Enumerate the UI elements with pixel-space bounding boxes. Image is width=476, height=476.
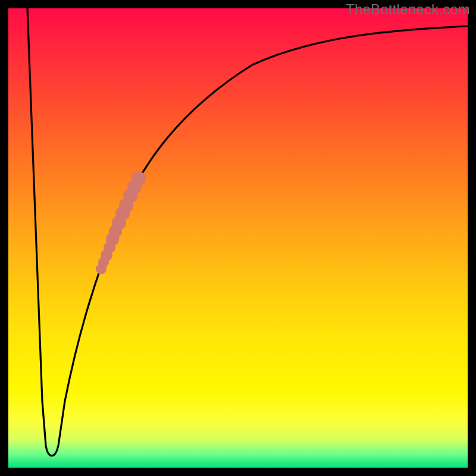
plot-area bbox=[8, 8, 468, 468]
chart-svg bbox=[8, 8, 468, 468]
chart-frame: TheBottleneck.com bbox=[0, 0, 476, 476]
svg-point-11 bbox=[131, 171, 146, 186]
watermark-text: TheBottleneck.com bbox=[346, 1, 470, 18]
highlight-dots bbox=[96, 171, 146, 274]
bottleneck-curve bbox=[27, 8, 468, 456]
